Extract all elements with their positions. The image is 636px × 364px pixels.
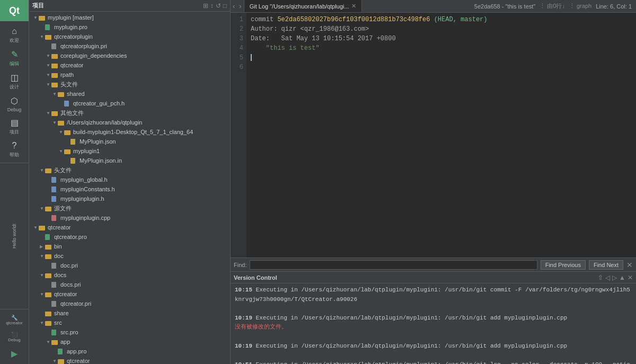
tree-label: mypluginplugin.h <box>60 196 104 202</box>
tree-item[interactable]: ▼qtcreator <box>29 356 230 364</box>
tree-arrow: ▼ <box>46 340 51 344</box>
tree-label: docs <box>54 272 66 278</box>
tree-file-icon <box>51 43 59 50</box>
sidebar-item-welcome[interactable]: ⌂ 欢迎 <box>0 23 29 46</box>
tree-item[interactable]: ▼myplugin1 <box>29 146 230 156</box>
sidebar-item-help[interactable]: ? 帮助 <box>0 138 29 161</box>
tree-item[interactable]: ▼app <box>29 337 230 347</box>
line-num-4: 4 <box>231 43 243 53</box>
sidebar-item-debug[interactable]: ⬡ Debug <box>0 93 29 114</box>
git-log-tab-close[interactable]: ✕ <box>351 3 356 10</box>
tree-item[interactable]: myplugin_global.h <box>29 175 230 184</box>
tab-nav-back[interactable]: ‹ <box>231 2 237 10</box>
file-icon <box>51 263 56 269</box>
qtcreator-icon: 🔧 <box>11 315 17 321</box>
tree-item[interactable]: qtcreatorplugin.pri <box>29 41 230 51</box>
tree-file-icon <box>64 129 72 135</box>
edit-icon: ✎ <box>11 49 18 59</box>
project-tree[interactable]: ▼myplugin [master] myplugin.pro▼qtcreato… <box>29 12 230 364</box>
tree-item[interactable]: docs.pri <box>29 280 230 289</box>
tree-file-icon <box>51 262 59 269</box>
tree-item[interactable]: qtcreator.pri <box>29 299 230 308</box>
find-next-button[interactable]: Find Next <box>589 260 623 270</box>
sidebar-item-edit[interactable]: ✎ 编辑 <box>0 46 29 69</box>
vc-tool-right[interactable]: ▷ <box>612 274 617 281</box>
tree-item[interactable]: mypluginplugin.cpp <box>29 213 230 223</box>
tree-file-icon <box>58 119 65 126</box>
project-tool-add[interactable]: ⊞ <box>203 2 208 10</box>
tree-item[interactable]: ▼shared <box>29 89 230 99</box>
tree-label: mypluginplugin.cpp <box>60 215 110 221</box>
tree-item[interactable]: mypluginplugin.h <box>29 194 230 203</box>
tree-label: app <box>60 339 70 345</box>
tree-item[interactable]: ▼qtcreator <box>29 223 230 232</box>
tree-file-icon <box>51 186 59 193</box>
tree-label: qtcreator <box>67 358 90 364</box>
sidebar-item-project[interactable]: ▤ 项目 <box>0 114 29 138</box>
tree-label: coreplugin_dependencies <box>60 52 127 59</box>
tree-item[interactable]: ▼头文件 <box>29 79 230 89</box>
tree-label: rpath <box>60 72 74 78</box>
sidebar-item-design[interactable]: ◫ 设计 <box>0 69 29 93</box>
tree-item[interactable]: ▼qtcreator <box>29 60 230 70</box>
project-tool-collapse[interactable]: □ <box>223 2 227 10</box>
tree-item[interactable]: mypluginConstants.h <box>29 184 230 194</box>
find-previous-button[interactable]: Find Previous <box>541 260 586 270</box>
tree-item[interactable]: ▼qtcreatorplugin <box>29 32 230 41</box>
tree-item[interactable]: ▼rpath <box>29 70 230 79</box>
tree-file-icon <box>51 196 59 202</box>
tree-item[interactable]: app.pro <box>29 347 230 356</box>
tree-label: mypluginConstants.h <box>60 186 115 192</box>
folder-icon <box>45 35 51 40</box>
sidebar-run-button[interactable]: ▶ <box>0 345 29 362</box>
project-tool-sort[interactable]: ↕ <box>210 2 214 10</box>
tab-nav-forward[interactable]: › <box>237 2 243 10</box>
sidebar-item-qtcreator: 🔧 qtcreator <box>0 312 29 329</box>
tree-item[interactable]: ▼其他文件 <box>29 108 230 118</box>
tree-arrow: ▼ <box>40 254 45 259</box>
vc-tool-up[interactable]: ⇧ <box>598 274 603 281</box>
edit-label: 编辑 <box>10 60 19 67</box>
file-icon <box>51 301 56 307</box>
tree-item[interactable]: MyPlugin.json <box>29 137 230 146</box>
git-tab-info: 5e2da658 - "this is test" ⋮ 由0行↓ ⋮ graph… <box>474 2 636 10</box>
sidebar-bottom-section: 🔧 qtcreator ⬛ Debug ▶ <box>0 309 29 364</box>
tree-item[interactable]: ▼docs <box>29 270 230 280</box>
tree-item[interactable]: ▼qtcreator <box>29 289 230 299</box>
tree-item[interactable]: myplugin.pro <box>29 22 230 32</box>
find-close-button[interactable]: ✕ <box>626 261 633 269</box>
tree-item[interactable]: ▶bin <box>29 242 230 251</box>
tree-item[interactable]: ▼src <box>29 318 230 327</box>
folder-icon <box>45 321 51 326</box>
vc-tool-close[interactable]: ✕ <box>628 274 633 281</box>
tree-item[interactable]: ▼/Users/qizhuoran/lab/qtplugin <box>29 118 230 127</box>
branch-info: ⋮ 由0行↓ <box>540 2 565 10</box>
tree-item[interactable]: doc.pri <box>29 261 230 270</box>
git-log-tab[interactable]: Git Log "/Users/qizhuoran/lab/qtplugi...… <box>244 0 362 12</box>
tree-file-icon <box>45 291 52 297</box>
tree-item[interactable]: ▼doc <box>29 251 230 261</box>
tree-item[interactable]: ▼build-myplugin1-Desktop_Qt_5_7_1_clang_… <box>29 127 230 137</box>
file-icon <box>51 330 56 335</box>
code-content[interactable]: commit 5e2da65802027b96cf103f0012d881b73… <box>246 13 636 258</box>
tree-label: src <box>54 319 62 326</box>
vc-content[interactable]: 10:15 Executing in /Users/qizhuoran/lab/… <box>231 283 636 364</box>
tree-item[interactable]: ▼myplugin [master] <box>29 13 230 22</box>
tree-item[interactable]: qtcreator.pro <box>29 232 230 242</box>
vc-log-entry: 10:51 Executing in /Users/qizhuoran/lab/… <box>235 360 632 364</box>
tree-item[interactable]: ▼头文件 <box>29 165 230 175</box>
tree-arrow: ▼ <box>52 120 58 125</box>
project-tool-refresh[interactable]: ↺ <box>216 2 221 10</box>
tree-item[interactable]: src.pro <box>29 327 230 337</box>
code-line-1: commit 5e2da65802027b96cf103f0012d881b73… <box>251 15 632 24</box>
tree-item[interactable]: share <box>29 308 230 318</box>
tree-item[interactable]: ▼源文件 <box>29 203 230 213</box>
find-input[interactable] <box>250 260 537 270</box>
tree-item[interactable]: MyPlugin.json.in <box>29 156 230 165</box>
line-numbers: 1 2 3 4 5 6 <box>231 13 246 258</box>
vc-log-entry: 10:19 Executing in /Users/qizhuoran/lab/… <box>235 314 632 323</box>
tree-item[interactable]: qtcreator_gui_pch.h <box>29 99 230 108</box>
vc-tool-collapse[interactable]: ▲ <box>619 274 625 281</box>
vc-tool-left[interactable]: ◁ <box>605 274 610 281</box>
tree-item[interactable]: ▼coreplugin_dependencies <box>29 51 230 60</box>
